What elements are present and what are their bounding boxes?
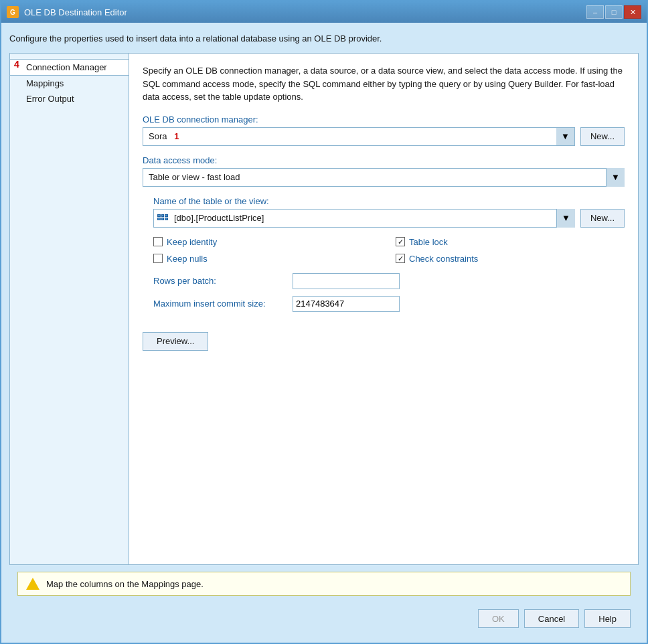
connection-manager-dropdown-wrapper: Sora 1 ▼: [143, 127, 575, 146]
rows-area: Rows per batch: Maximum insert commit si…: [153, 273, 625, 312]
main-window: G OLE DB Destination Editor – □ ✕ Config…: [0, 0, 648, 644]
sidebar-item-mappings[interactable]: Mappings: [10, 76, 129, 91]
title-bar: G OLE DB Destination Editor – □ ✕: [1, 1, 647, 23]
right-panel: Specify an OLE DB connection manager, a …: [129, 54, 638, 564]
section-description: Specify an OLE DB connection manager, a …: [143, 64, 625, 104]
warning-message: Map the columns on the Mappings page.: [46, 579, 204, 589]
connection-number-label: 1: [174, 131, 179, 141]
check-constraints-item: Check constraints: [396, 254, 625, 264]
data-access-mode-label: Data access mode:: [143, 155, 625, 165]
table-name-select[interactable]: [dbo].[ProductListPrice]: [153, 209, 575, 228]
max-insert-commit-label: Maximum insert commit size:: [153, 299, 287, 309]
minimize-button[interactable]: –: [586, 5, 604, 19]
max-insert-commit-row: Maximum insert commit size:: [153, 296, 625, 312]
max-insert-commit-input[interactable]: [293, 296, 400, 312]
warning-icon: [26, 578, 39, 590]
connection-manager-new-button[interactable]: New...: [580, 127, 625, 146]
help-button[interactable]: Help: [584, 609, 631, 628]
title-bar-left: G OLE DB Destination Editor: [7, 6, 127, 18]
close-button[interactable]: ✕: [624, 5, 641, 19]
table-name-new-button[interactable]: New...: [580, 209, 625, 228]
keep-identity-item: Keep identity: [153, 237, 382, 247]
data-access-mode-select[interactable]: Table or view - fast load Table or view …: [143, 168, 625, 187]
maximize-button[interactable]: □: [605, 5, 623, 19]
main-panel: 4 Connection Manager Mappings Error Outp…: [9, 53, 639, 565]
rows-per-batch-label: Rows per batch:: [153, 276, 287, 286]
sidebar-number: 4: [14, 59, 19, 70]
data-access-mode-row: Table or view - fast load Table or view …: [143, 168, 625, 187]
table-lock-checkbox[interactable]: [396, 237, 405, 246]
rows-per-batch-input[interactable]: [293, 273, 400, 289]
sidebar: 4 Connection Manager Mappings Error Outp…: [10, 54, 129, 564]
ok-button[interactable]: OK: [478, 609, 519, 628]
table-lock-item: Table lock: [396, 237, 625, 247]
connection-manager-display: Sora 1: [143, 127, 575, 146]
connection-manager-label: OLE DB connection manager:: [143, 114, 625, 125]
check-constraints-label: Check constraints: [409, 254, 478, 264]
keep-nulls-item: Keep nulls: [153, 254, 382, 264]
cancel-button[interactable]: Cancel: [524, 609, 579, 628]
top-description: Configure the properties used to insert …: [9, 31, 639, 46]
keep-nulls-label: Keep nulls: [167, 254, 208, 264]
keep-identity-label: Keep identity: [167, 237, 217, 247]
action-bar: OK Cancel Help: [9, 602, 639, 635]
table-name-dropdown-wrapper: [dbo].[ProductListPrice] ▼: [153, 209, 575, 228]
check-constraints-checkbox[interactable]: [396, 254, 405, 263]
keep-identity-checkbox[interactable]: [153, 237, 163, 246]
sidebar-item-connection-manager[interactable]: Connection Manager: [10, 59, 129, 76]
connection-manager-group: OLE DB connection manager: Sora 1 ▼ New.…: [143, 114, 625, 146]
connection-manager-row: Sora 1 ▼ New...: [143, 127, 625, 146]
sidebar-item-error-output[interactable]: Error Output: [10, 91, 129, 106]
table-name-section: Name of the table or the view:: [153, 196, 625, 312]
preview-button[interactable]: Preview...: [143, 332, 208, 351]
table-name-row: [dbo].[ProductListPrice] ▼ New...: [153, 209, 625, 228]
data-access-mode-dropdown-wrapper: Table or view - fast load Table or view …: [143, 168, 625, 187]
table-lock-label: Table lock: [409, 237, 448, 247]
data-access-mode-group: Data access mode: Table or view - fast l…: [143, 155, 625, 187]
warning-bar: Map the columns on the Mappings page.: [17, 572, 631, 596]
keep-nulls-checkbox[interactable]: [153, 254, 163, 263]
table-name-group: Name of the table or the view:: [153, 196, 625, 228]
content-area: Configure the properties used to insert …: [1, 23, 647, 643]
checkboxes-area: Keep identity Table lock Keep nulls: [153, 237, 625, 264]
table-name-label: Name of the table or the view:: [153, 196, 625, 206]
title-bar-controls: – □ ✕: [586, 5, 641, 19]
app-icon: G: [7, 6, 19, 18]
window-title: OLE DB Destination Editor: [24, 7, 127, 17]
connection-manager-dropdown-arrow[interactable]: ▼: [556, 127, 575, 146]
rows-per-batch-row: Rows per batch:: [153, 273, 625, 289]
